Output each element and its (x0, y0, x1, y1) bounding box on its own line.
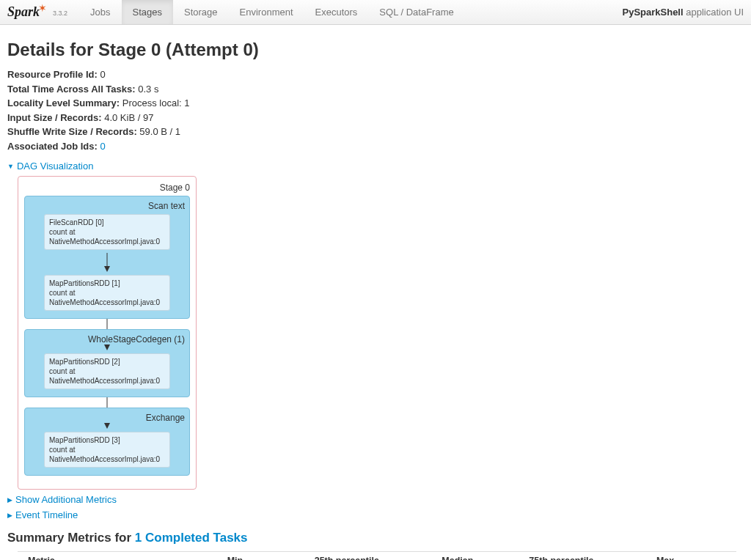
caret-right-icon: ▶ (7, 496, 12, 504)
assoc-job-link[interactable]: 0 (100, 141, 105, 152)
col-min[interactable]: Min (220, 552, 307, 561)
app-name: PySparkShell (623, 7, 684, 18)
rdd-node-filescan[interactable]: FileScanRDD [0] count at NativeMethodAcc… (44, 214, 170, 250)
locality-label: Locality Level Summary: (7, 97, 120, 108)
shuffle-value: 59.0 B / 1 (137, 126, 180, 137)
dag-visualization-toggle[interactable]: ▼ DAG Visualization (7, 161, 744, 172)
dag-block-scan-text: Scan text FileScanRDD [0] count at Nativ… (24, 196, 190, 319)
rdd-node-line1: MapPartitionsRDD [3] (49, 435, 165, 445)
col-metric[interactable]: Metric (18, 552, 220, 561)
rdd-node-line1: MapPartitionsRDD [2] (49, 357, 165, 366)
nav-tab-jobs[interactable]: Jobs (79, 0, 121, 24)
assoc-label: Associated Job Ids: (7, 141, 98, 152)
nav-tabs: Jobs Stages Storage Environment Executor… (79, 0, 465, 24)
resource-profile-label: Resource Profile Id: (7, 69, 98, 80)
col-75th[interactable]: 75th percentile (521, 552, 649, 561)
logo-version: 3.3.2 (53, 10, 67, 20)
nav-tab-environment[interactable]: Environment (229, 0, 304, 24)
dag-stage-label: Stage 0 (24, 183, 190, 193)
summary-metrics-heading: Summary Metrics for 1 Completed Tasks (7, 531, 744, 545)
event-timeline-toggle[interactable]: ▶ Event Timeline (7, 509, 744, 520)
spark-logo[interactable]: Spark ✶ 3.3.2 (7, 4, 67, 20)
dag-visualization-label: DAG Visualization (17, 161, 94, 172)
completed-tasks-link[interactable]: 1 Completed Tasks (135, 531, 248, 545)
nav-tab-sql[interactable]: SQL / DataFrame (368, 0, 464, 24)
content: Details for Stage 0 (Attempt 0) Resource… (0, 25, 751, 560)
svg-marker-5 (104, 423, 110, 429)
total-time-value: 0.3 s (136, 84, 159, 95)
caret-down-icon: ▼ (7, 163, 14, 170)
svg-marker-1 (104, 266, 110, 272)
summary-metrics-table: Metric Min 25th percentile Median 75th p… (18, 551, 736, 560)
input-value: 4.0 KiB / 97 (102, 112, 154, 123)
show-additional-metrics-label: Show Additional Metrics (15, 494, 117, 505)
app-title: PySparkShell application UI (623, 7, 744, 18)
col-max[interactable]: Max (649, 552, 736, 561)
rdd-node-mappartitions-3[interactable]: MapPartitionsRDD [3] count at NativeMeth… (44, 432, 170, 468)
locality-value: Process local: 1 (120, 97, 189, 108)
caret-right-icon: ▶ (7, 512, 12, 519)
dag-block-wholestage: WholeStageCodegen (1) MapPartitionsRDD [… (24, 329, 190, 397)
summary-list: Resource Profile Id: 0 Total Time Across… (7, 67, 744, 153)
navbar: Spark ✶ 3.3.2 Jobs Stages Storage Enviro… (0, 0, 751, 25)
rdd-node-mappartitions-2[interactable]: MapPartitionsRDD [2] count at NativeMeth… (44, 353, 170, 389)
rdd-node-line1: MapPartitionsRDD [1] (49, 279, 165, 288)
input-label: Input Size / Records: (7, 112, 102, 123)
dag-block-title: Scan text (29, 201, 185, 211)
app-suffix: application UI (684, 7, 744, 18)
dag-block-exchange: Exchange MapPartitionsRDD [3] count at N… (24, 408, 190, 476)
rdd-node-line2: count at NativeMethodAccessorImpl.java:0 (49, 445, 165, 464)
col-median[interactable]: Median (434, 552, 521, 561)
show-additional-metrics-toggle[interactable]: ▶ Show Additional Metrics (7, 494, 744, 505)
rdd-node-line2: count at NativeMethodAccessorImpl.java:0 (49, 288, 165, 307)
rdd-node-line2: count at NativeMethodAccessorImpl.java:0 (49, 366, 165, 386)
logo-text: Spark (7, 4, 40, 20)
rdd-node-line2: count at NativeMethodAccessorImpl.java:0 (49, 227, 165, 246)
shuffle-label: Shuffle Write Size / Records: (7, 126, 137, 137)
nav-tab-stages[interactable]: Stages (122, 0, 173, 24)
spark-icon: ✶ (38, 2, 47, 14)
nav-tab-storage[interactable]: Storage (173, 0, 229, 24)
page-title: Details for Stage 0 (Attempt 0) (7, 40, 744, 60)
rdd-node-mappartitions-1[interactable]: MapPartitionsRDD [1] count at NativeMeth… (44, 275, 170, 311)
rdd-node-line1: FileScanRDD [0] (49, 218, 165, 227)
resource-profile-value: 0 (98, 69, 106, 80)
summary-metrics-prefix: Summary Metrics for (7, 531, 135, 545)
total-time-label: Total Time Across All Tasks: (7, 84, 136, 95)
nav-tab-executors[interactable]: Executors (304, 0, 369, 24)
event-timeline-label: Event Timeline (15, 509, 78, 520)
col-25th[interactable]: 25th percentile (307, 552, 435, 561)
dag-container: Stage 0 Scan text FileScanRDD [0] count … (18, 176, 197, 490)
arrow-down-icon (29, 253, 185, 272)
svg-marker-3 (104, 345, 110, 350)
